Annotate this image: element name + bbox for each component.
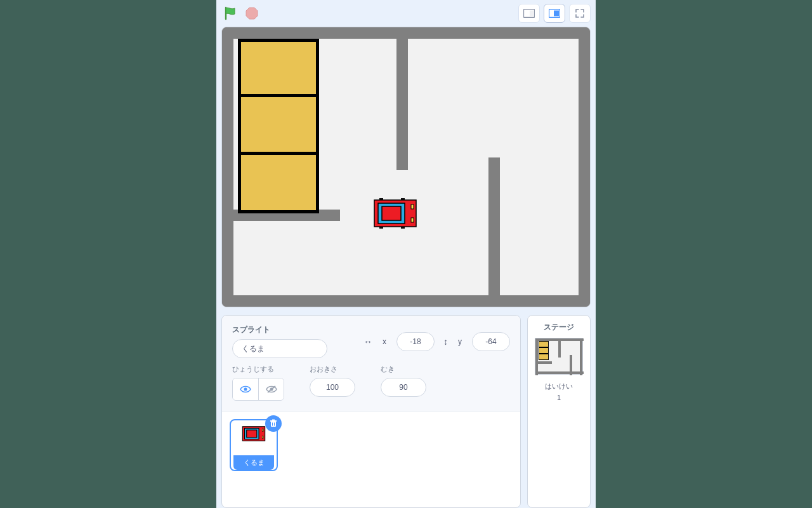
sprite-tile-name: くるま — [233, 455, 274, 470]
sprite-name-input[interactable] — [232, 339, 327, 358]
car-sprite[interactable] — [372, 196, 419, 231]
fullscreen-button[interactable] — [569, 4, 591, 23]
delete-sprite-button[interactable] — [265, 415, 282, 432]
maze-wall — [222, 27, 233, 307]
stage-panel: ステージ はいけい 1 — [527, 315, 591, 508]
svg-point-14 — [244, 388, 247, 391]
lower-panels: スプライト ↔ x ↕ y ひょうじする — [221, 315, 591, 508]
svg-rect-4 — [554, 11, 559, 17]
run-controls — [221, 4, 261, 22]
stage-container — [221, 27, 591, 307]
visibility-toggle — [232, 378, 284, 401]
hide-button[interactable] — [258, 378, 284, 400]
maze-wall — [222, 295, 590, 307]
sprite-label: スプライト — [232, 324, 327, 335]
sprite-list: くるま — [222, 411, 520, 507]
sprite-tile[interactable]: くるま — [230, 419, 278, 471]
scratch-stage-app: スプライト ↔ x ↕ y ひょうじする — [216, 0, 596, 508]
show-label: ひょうじする — [232, 364, 284, 374]
stage-header — [216, 0, 596, 27]
parking-cell — [238, 39, 319, 97]
y-input[interactable] — [472, 332, 510, 351]
vertical-arrows-icon: ↕ — [443, 337, 448, 347]
show-button[interactable] — [233, 378, 258, 400]
backdrop-label: はいけい — [545, 381, 573, 392]
maze-wall — [488, 157, 500, 307]
direction-label: むき — [381, 364, 426, 374]
backdrop-count: 1 — [545, 392, 573, 404]
parking-cell — [238, 155, 319, 213]
view-controls — [518, 4, 591, 23]
svg-rect-2 — [530, 11, 534, 17]
parking-cell — [238, 97, 319, 156]
x-label: x — [383, 337, 386, 346]
size-input[interactable] — [310, 378, 355, 397]
svg-marker-0 — [246, 8, 258, 19]
svg-rect-18 — [270, 420, 277, 422]
x-input[interactable] — [396, 332, 435, 351]
sprite-info: スプライト ↔ x ↕ y ひょうじする — [222, 316, 520, 411]
green-flag-button[interactable] — [221, 4, 239, 22]
sprite-thumbnail — [241, 424, 266, 443]
parking-slots — [238, 39, 319, 213]
svg-rect-24 — [247, 430, 257, 438]
svg-rect-11 — [382, 206, 401, 220]
svg-rect-17 — [271, 422, 276, 427]
y-label: y — [458, 337, 462, 346]
svg-rect-19 — [272, 420, 275, 421]
backdrop-thumbnail[interactable] — [535, 338, 583, 375]
svg-rect-25 — [262, 429, 263, 432]
horizontal-arrows-icon: ↔ — [363, 337, 372, 347]
maze-wall — [579, 27, 590, 307]
direction-input[interactable] — [381, 378, 426, 397]
stop-button[interactable] — [243, 4, 261, 22]
maze-wall — [396, 27, 408, 170]
stage-label: ステージ — [544, 322, 574, 333]
svg-rect-12 — [411, 204, 414, 209]
size-label: おおきさ — [310, 364, 355, 374]
backdrop-caption: はいけい 1 — [545, 381, 573, 403]
large-stage-button[interactable] — [544, 4, 565, 23]
svg-rect-13 — [411, 218, 414, 222]
small-stage-button[interactable] — [518, 4, 540, 23]
stage-canvas[interactable] — [222, 27, 590, 307]
svg-rect-26 — [262, 436, 263, 439]
sprite-panel: スプライト ↔ x ↕ y ひょうじする — [221, 315, 521, 508]
